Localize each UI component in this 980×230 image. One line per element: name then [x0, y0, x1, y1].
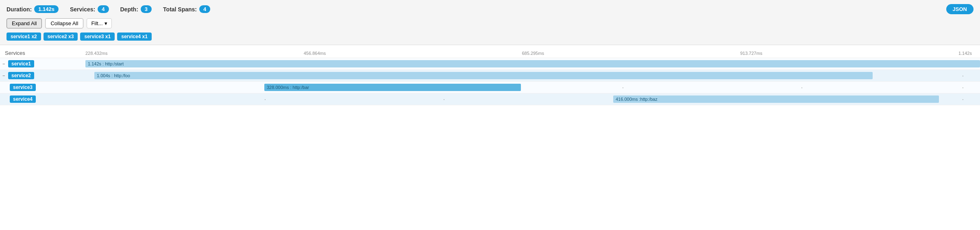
timeline-dot: · — [962, 96, 964, 102]
controls-row: Expand All Collapse All Filt... ▾ — [7, 18, 973, 28]
timeline-ticks-row: 228.432ms 456.864ms 685.295ms 913.727ms … — [85, 51, 980, 56]
depth-metric: Depth: 3 — [120, 5, 152, 13]
span-bar-3[interactable]: 416.000ms :http:/baz — [613, 95, 939, 103]
depth-value: 3 — [141, 5, 152, 13]
total-spans-value: 4 — [199, 5, 210, 13]
row-label-2: service3 — [0, 82, 85, 93]
row-label-1: −service2 — [0, 70, 85, 81]
timeline-section: Services 228.432ms 456.864ms 685.295ms 9… — [0, 45, 980, 105]
total-spans-metric: Total Spans: 4 — [163, 5, 210, 13]
json-button[interactable]: JSON — [946, 4, 973, 14]
duration-label: Duration: — [7, 6, 32, 13]
duration-value: 1.142s — [34, 5, 59, 13]
timeline-dot: · — [622, 84, 624, 91]
timeline-dot: · — [962, 72, 964, 79]
row-timeline-3: ·····416.000ms :http:/baz — [85, 93, 980, 105]
row-timeline-1: ·····1.004s : http:/foo — [85, 70, 980, 81]
table-row[interactable]: service4·····416.000ms :http:/baz — [0, 93, 980, 105]
row-timeline-0: ·····1.142s : http:/start — [85, 58, 980, 69]
timeline-header: Services 228.432ms 456.864ms 685.295ms 9… — [0, 50, 980, 58]
tick-3: 913.727ms — [740, 51, 762, 56]
filter-label: Filt... — [91, 20, 102, 26]
service-chip-2[interactable]: service3 — [10, 84, 36, 91]
service-chip-1[interactable]: service2 — [8, 72, 34, 79]
timeline-dot: · — [443, 96, 445, 102]
chevron-down-icon: ▾ — [105, 20, 107, 26]
timeline-dot: · — [264, 96, 266, 102]
span-bar-1[interactable]: 1.004s : http:/foo — [94, 72, 873, 79]
span-bar-0[interactable]: 1.142s : http:/start — [85, 60, 980, 67]
tick-1: 456.864ms — [304, 51, 326, 56]
depth-label: Depth: — [120, 6, 138, 13]
tick-0: 228.432ms — [85, 51, 107, 56]
services-value: 4 — [98, 5, 109, 13]
services-column-header: Services — [0, 50, 85, 56]
expand-icon-0[interactable]: − — [2, 61, 7, 66]
service-tag-0[interactable]: service1 x2 — [7, 33, 41, 41]
timeline-dot: · — [801, 84, 803, 91]
service-chip-0[interactable]: service1 — [8, 60, 34, 67]
expand-icon-1[interactable]: − — [2, 73, 7, 78]
table-row[interactable]: service3·····328.000ms : http:/bar — [0, 82, 980, 93]
row-timeline-2: ·····328.000ms : http:/bar — [85, 82, 980, 93]
tick-2: 685.295ms — [522, 51, 544, 56]
row-label-3: service4 — [0, 94, 85, 104]
span-bar-2[interactable]: 328.000ms : http:/bar — [264, 84, 521, 91]
filter-button[interactable]: Filt... ▾ — [87, 18, 111, 28]
total-spans-label: Total Spans: — [163, 6, 197, 13]
service-chip-3[interactable]: service4 — [10, 95, 36, 103]
service-tag-1[interactable]: service2 x3 — [44, 33, 78, 41]
tick-4: 1.142s — [958, 51, 972, 56]
timeline-dot: · — [962, 84, 964, 91]
expand-all-button[interactable]: Expand All — [7, 18, 42, 28]
service-tag-2[interactable]: service3 x1 — [80, 33, 115, 41]
table-row[interactable]: −service1·····1.142s : http:/start — [0, 58, 980, 70]
collapse-all-button[interactable]: Collapse All — [45, 18, 83, 28]
services-label: Services: — [70, 6, 95, 13]
table-row[interactable]: −service2·····1.004s : http:/foo — [0, 70, 980, 82]
timeline-ticks: 228.432ms 456.864ms 685.295ms 913.727ms … — [85, 51, 980, 56]
service-tags-row: service1 x2 service2 x3 service3 x1 serv… — [7, 33, 973, 41]
row-label-0: −service1 — [0, 59, 85, 69]
service-tag-3[interactable]: service4 x1 — [117, 33, 152, 41]
services-metric: Services: 4 — [70, 5, 109, 13]
trace-rows: −service1·····1.142s : http:/start−servi… — [0, 58, 980, 105]
duration-metric: Duration: 1.142s — [7, 5, 59, 13]
